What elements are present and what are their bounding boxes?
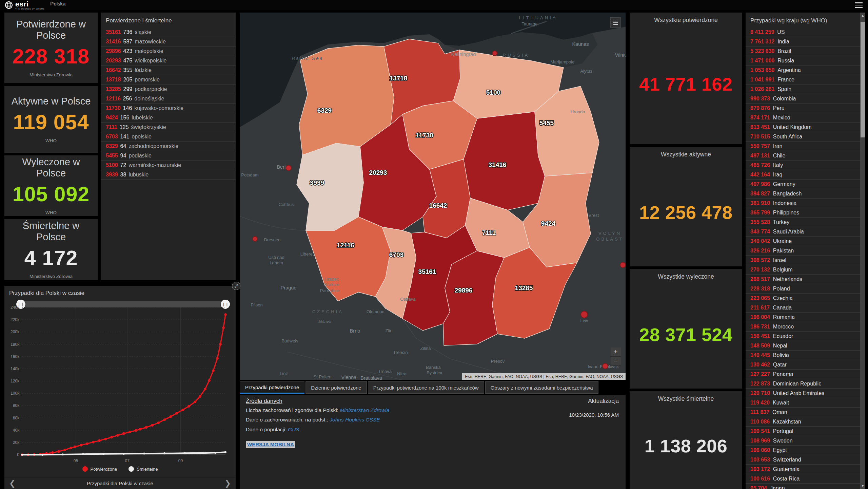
map-base-label: Zlin [386, 328, 393, 333]
map-panel[interactable]: Baltic SeaLITHUANIATaurageKaunasVilniusM… [240, 13, 626, 380]
scrollbar-thumb[interactable] [861, 22, 865, 137]
pager-next-icon[interactable]: ❯ [223, 480, 232, 487]
map-legend-icon[interactable] [610, 17, 621, 28]
country-list-row: 140 445Bolivia [746, 351, 865, 360]
case-marker-icon [603, 363, 608, 369]
link-wersja-mobilna[interactable]: WERSJA MOBILNA [246, 441, 295, 448]
stat-title: Aktywne w Polsce [12, 96, 91, 107]
choropleth-map[interactable]: Baltic SeaLITHUANIATaurageKaunasVilniusM… [240, 13, 626, 380]
country-name: Iraq [773, 172, 783, 178]
zoom-in-button[interactable]: + [611, 347, 621, 357]
country-list-row: 122 873Dominican Republic [746, 379, 865, 389]
series-point [110, 436, 113, 439]
country-name: Kazakhstan [773, 419, 801, 425]
region-list-row: 7111125świętokrzyskie [101, 123, 236, 132]
country-name: Italy [773, 162, 783, 168]
country-list-row: 111 837Oman [746, 408, 865, 417]
country-name: United Arab Emirates [773, 390, 824, 396]
region-list-row: 20293475wielkopolskie [101, 56, 236, 65]
region-list-row: 9424156lubelskie [101, 113, 236, 123]
stat-panel-deaths-poland: Śmiertelne w Polsce 4 172 Ministerstwo Z… [4, 219, 98, 280]
country-list-row: 879 876Peru [746, 104, 865, 113]
case-marker-icon [620, 262, 626, 268]
region-value: 31416 [489, 161, 507, 168]
map-base-label: Pilsen [251, 302, 262, 307]
pager-prev-icon[interactable]: ❮ [8, 480, 17, 487]
country-list-row: 343 774Saudi Arabia [746, 227, 865, 237]
stat-title: Wszystkie wyleczone [658, 273, 714, 280]
map-region-mazowieckie[interactable] [463, 112, 545, 210]
region-name: warmińsko-mazurskie [129, 162, 181, 168]
series-point [129, 431, 131, 433]
region-deaths: 64 [120, 143, 126, 149]
series-point [151, 424, 154, 427]
country-name: Peru [773, 105, 785, 111]
region-value: 20293 [369, 169, 387, 176]
region-cases: 16642 [106, 67, 121, 73]
country-list-row: 550 757Iran [746, 142, 865, 151]
region-list-title: Potwierdzone i śmiertelne [101, 13, 236, 27]
region-name: podkarpackie [135, 86, 167, 92]
country-cases: 8 411 259 [750, 29, 774, 35]
chart-legend: Potwierdzone Śmiertelne [4, 466, 236, 472]
source-line: Dane o zachorowaniach: na podst.: Johns … [246, 416, 619, 424]
legend-item-confirmed[interactable]: Potwierdzone [82, 466, 117, 472]
series-point [163, 452, 165, 454]
region-deaths: 423 [123, 48, 133, 54]
map-base-label: Brno [350, 328, 360, 334]
link-gus[interactable]: GUS [288, 427, 299, 432]
country-cases: 148 509 [750, 343, 770, 349]
region-name: łódzkie [135, 67, 152, 73]
country-list-row: 120 710United Arab Emirates [746, 389, 865, 398]
chart-expand-icon[interactable]: ⤢ [232, 282, 240, 290]
stat-source: WHO [45, 138, 57, 143]
map-base-label: Alytus [580, 69, 592, 74]
tab-obszary-zasady[interactable]: Obszary z nowymi zasadami bezpieczeństwa [485, 381, 598, 394]
country-name: Guatemala [773, 466, 800, 472]
scroll-down-icon[interactable]: ▼ [860, 484, 865, 488]
source-label: Dane o populacji: [246, 427, 287, 432]
country-list-row: 106 060Egypt [746, 446, 865, 455]
country-list-row: 1 026 281Spain [746, 84, 865, 94]
country-list-row: 8 411 259US [746, 27, 865, 37]
source-line: Dane o populacji: GUS [246, 426, 619, 433]
stat-value: 28 371 524 [639, 280, 732, 389]
map-base-label: Ostrava [400, 297, 416, 302]
country-cases: 196 004 [750, 314, 770, 320]
map-base-label: Jihlava [318, 319, 332, 324]
country-cases: 1 026 281 [750, 86, 774, 92]
menu-hamburger-icon[interactable] [855, 2, 863, 8]
region-value: 13285 [515, 284, 533, 291]
scroll-up-icon[interactable]: ▲ [860, 13, 865, 18]
series-point [135, 429, 137, 432]
tab-przypadki-na-100k[interactable]: Przypadki potwierdzone na 100k mieszkańc… [368, 381, 484, 394]
region-list-row: 31416587mazowieckie [101, 37, 236, 46]
map-base-label: Hradec [324, 277, 339, 282]
series-point [204, 452, 206, 454]
legend-item-deaths[interactable]: Śmiertelne [129, 466, 158, 472]
country-cases: 106 060 [750, 447, 770, 453]
country-cases: 465 726 [750, 162, 770, 168]
zoom-out-button[interactable]: − [611, 357, 621, 366]
link-johns-hopkins[interactable]: Johns Hopkins CSSE [330, 417, 380, 422]
country-name: Indonesia [773, 200, 796, 206]
map-base-label: Hronda [571, 109, 585, 114]
stat-source: WHO [45, 210, 57, 215]
map-base-label: Prague [281, 285, 297, 290]
link-ministerstwo-zdrowia[interactable]: Ministerstwo Zdrowia [340, 407, 389, 413]
region-name: śląskie [135, 29, 151, 35]
region-list-row: 13718205pomorskie [101, 75, 236, 84]
country-list-row: 186 731Morocco [746, 322, 865, 332]
map-base-label: Olomouc [367, 309, 384, 314]
country-list-scrollbar[interactable]: ▲ ▼ [860, 13, 865, 489]
stat-value: 41 771 162 [639, 24, 732, 144]
tab-dzienne-potwierdzone[interactable]: Dzienne potwierdzone [305, 381, 367, 394]
country-list-row: 7 761 312India [746, 37, 865, 46]
country-name: Netherlands [773, 276, 802, 282]
country-list-row: 148 509Nepal [746, 341, 865, 351]
map-base-label: Pardubice [320, 288, 340, 293]
tab-przypadki-potwierdzone[interactable]: Przypadki potwierdzone [240, 381, 304, 394]
country-cases: 1 471 000 [750, 58, 774, 64]
region-cases: 13285 [106, 86, 121, 92]
region-name: dolnośląskie [134, 96, 164, 102]
